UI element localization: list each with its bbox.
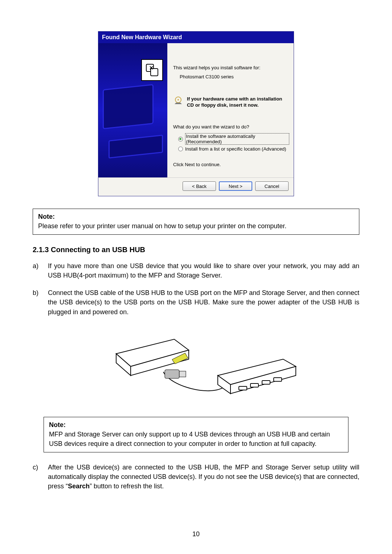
wizard-title-bar: Found New Hardware Wizard [98,32,294,43]
marker-b: b) [33,288,41,316]
radio-dot-icon [178,137,183,141]
note2-title: Note: [49,421,66,428]
wizard-cd-hint-text: If your hardware came with an installati… [187,96,289,108]
radio-auto-label: Install the software automatically (Reco… [185,133,289,145]
wizard-question: What do you want the wizard to do? [173,124,289,130]
svg-rect-7 [165,370,179,378]
wizard-main-panel: This wizard helps you install software f… [167,43,294,177]
hardware-wizard-dialog: Found New Hardware Wizard This wizard he… [98,31,294,196]
wizard-continue-text: Click Next to continue. [173,162,289,167]
svg-point-3 [177,99,179,100]
svg-rect-13 [239,386,247,390]
note1-title: Note: [38,213,55,220]
text-b: Connect the USB cable of the USB HUB to … [48,288,359,316]
radio-manual-label: Install from a list or specific location… [185,146,286,152]
wizard-side-graphic [98,43,167,177]
note-box-2: Note: MFP and Storage Server can only su… [44,417,348,452]
back-button[interactable]: < Back [183,181,216,191]
marker-c: c) [33,463,41,491]
text-c: After the USB device(s) are connected to… [48,463,359,491]
list-item-a: a) If you have more than one USB device … [33,261,359,280]
cd-icon [173,96,183,106]
instruction-list-c: c) After the USB device(s) are connected… [33,463,359,491]
text-a: If you have more than one USB device tha… [48,261,359,280]
svg-rect-8 [179,371,186,377]
svg-rect-14 [250,383,258,387]
wizard-device-name: Photosmart C3100 series [180,74,289,79]
list-item-c: c) After the USB device(s) are connected… [33,463,359,491]
note1-body: Please refer to your printer user manual… [38,222,286,230]
usb-hub-figure [94,325,298,410]
svg-rect-1 [151,69,158,76]
wizard-cd-hint-row: If your hardware came with an installati… [173,96,289,108]
note-box-1: Note: Please refer to your printer user … [33,209,359,235]
svg-rect-16 [274,378,282,381]
radio-manual[interactable]: Install from a list or specific location… [178,146,289,152]
cancel-button[interactable]: Cancel [255,181,289,191]
wizard-body: This wizard helps you install software f… [98,43,294,177]
marker-a: a) [33,261,41,280]
device-badge-icon [141,59,163,81]
text-c-suffix: ” button to refresh the list. [90,483,164,490]
note2-body: MFP and Storage Server can only support … [49,431,330,447]
svg-rect-15 [262,381,270,384]
radio-empty-icon [178,147,183,151]
instruction-list: a) If you have more than one USB device … [33,261,359,316]
wizard-intro-text: This wizard helps you install software f… [173,65,289,70]
wizard-title-text: Found New Hardware Wizard [102,34,182,40]
section-heading: 2.1.3 Connecting to an USB HUB [33,246,359,254]
list-item-b: b) Connect the USB cable of the USB HUB … [33,288,359,316]
radio-auto[interactable]: Install the software automatically (Reco… [178,133,289,145]
page-number: 10 [0,530,392,538]
wizard-footer: < Back Next > Cancel [98,177,294,196]
wizard-radio-group: Install the software automatically (Reco… [178,133,289,152]
text-c-bold: Search [68,483,90,490]
next-button[interactable]: Next > [219,181,252,191]
